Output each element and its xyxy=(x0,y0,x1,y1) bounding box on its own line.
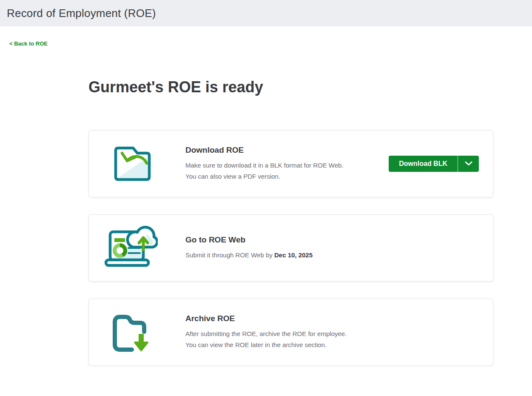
card-icon-column xyxy=(89,224,185,272)
card-icon-column xyxy=(89,309,185,355)
card-text-block: Go to ROE Web Submit it through ROE Web … xyxy=(185,235,493,261)
card-description-line: You can view the ROE later in the archiv… xyxy=(185,339,493,350)
card-title: Go to ROE Web xyxy=(185,235,493,245)
card-archive-roe: Archive ROE After submitting the ROE, ar… xyxy=(88,299,493,366)
submit-by-text: Submit it through ROE Web by xyxy=(185,251,274,259)
card-description-line: Submit it through ROE Web by Dec 10, 202… xyxy=(185,250,493,261)
card-description-line: After submitting the ROE, archive the RO… xyxy=(185,328,493,339)
card-title: Archive ROE xyxy=(185,314,493,323)
roe-ready-heading: Gurmeet's ROE is ready xyxy=(88,78,493,96)
card-go-to-roe-web: Go to ROE Web Submit it through ROE Web … xyxy=(88,214,493,282)
back-to-roe-link[interactable]: < Back to ROE xyxy=(9,40,48,47)
submit-deadline-date: Dec 10, 2025 xyxy=(274,251,313,259)
page-title: Record of Employment (ROE) xyxy=(7,7,156,20)
card-title: Download ROE xyxy=(185,145,389,155)
page-header: Record of Employment (ROE) xyxy=(0,0,532,26)
card-icon-column xyxy=(89,145,185,183)
card-text-block: Archive ROE After submitting the ROE, ar… xyxy=(185,314,493,350)
upload-cloud-laptop-icon xyxy=(104,224,158,272)
chevron-down-icon xyxy=(465,161,472,167)
download-blk-button[interactable]: Download BLK xyxy=(389,156,458,172)
download-document-icon xyxy=(111,145,151,183)
card-description-line: Make sure to download it in a BLK format… xyxy=(185,160,389,171)
archive-folder-icon xyxy=(109,309,153,355)
download-options-dropdown-button[interactable] xyxy=(458,156,479,172)
card-description-line: You can also view a PDF version. xyxy=(185,171,389,182)
card-download-roe: Download ROE Make sure to download it in… xyxy=(88,130,493,197)
back-row: < Back to ROE xyxy=(9,40,532,46)
card-text-block: Download ROE Make sure to download it in… xyxy=(185,145,389,182)
download-blk-split-button: Download BLK xyxy=(389,156,479,172)
card-action-column: Download BLK xyxy=(389,156,479,172)
main-content: Gurmeet's ROE is ready Download ROE Make… xyxy=(88,78,493,366)
